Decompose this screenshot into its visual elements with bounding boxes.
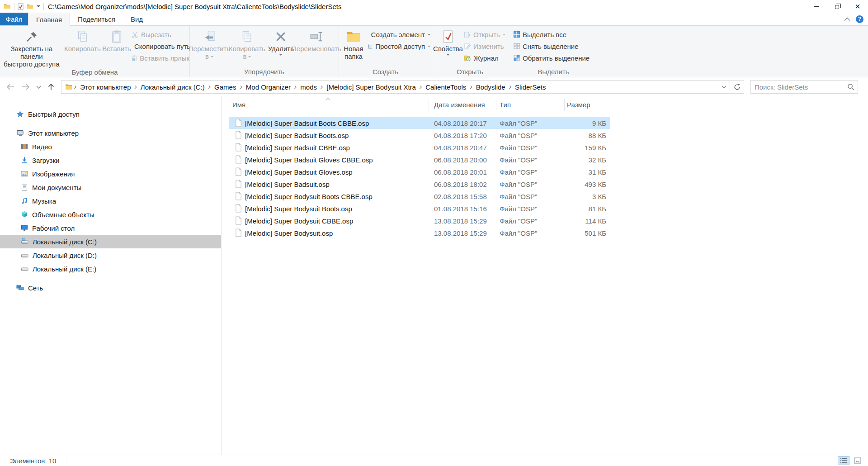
qat-properties-icon[interactable] [18, 3, 24, 10]
sidebar-item-this-pc[interactable]: Этот компьютер [0, 126, 221, 140]
column-resizer[interactable] [610, 99, 610, 111]
crumb-games[interactable]: Games [212, 83, 238, 91]
file-row[interactable]: [Melodic] Super Badsuit.osp 06.08.2018 1… [229, 178, 610, 190]
tab-share[interactable]: Поделиться [70, 13, 123, 25]
copy-path-button[interactable]: Скопировать путь [132, 40, 189, 52]
delete-button[interactable]: Удалить [268, 27, 294, 57]
details-view-button[interactable] [838, 456, 849, 465]
invert-selection-icon [514, 55, 520, 61]
copy-button[interactable]: Копировать [63, 27, 102, 52]
easy-access-button[interactable]: Простой доступ [368, 40, 430, 52]
file-row[interactable]: [Melodic] Super Badsuit Gloves CBBE.osp … [229, 153, 610, 166]
pin-to-quick-access-button[interactable]: Закрепить на панелибыстрого доступа [0, 27, 63, 68]
paste-shortcut-button[interactable]: Вставить ярлык [132, 52, 189, 64]
tab-home[interactable]: Главная [28, 13, 70, 26]
select-none-button[interactable]: Снять выделение [514, 40, 590, 52]
recent-locations-caret-icon[interactable] [36, 86, 41, 89]
sidebar-item-network[interactable]: Сеть [0, 281, 221, 295]
large-icons-view-button[interactable] [852, 456, 863, 465]
tab-view[interactable]: Вид [123, 13, 151, 25]
sidebar-item-quick-access[interactable]: Быстрый доступ [0, 107, 221, 121]
open-button[interactable]: Открыть [464, 29, 507, 40]
window-title-path: C:\Games\Mod Organizer\mods\[Melodic] Su… [48, 3, 341, 10]
group-label-new: Создать [339, 67, 432, 77]
sidebar-item-3d-objects[interactable]: Объемные объекты [0, 208, 221, 221]
invert-selection-button[interactable]: Обратить выделение [514, 52, 590, 64]
up-icon[interactable] [47, 83, 55, 91]
file-size: 88 КБ [567, 131, 606, 139]
crumb-caliente-tools[interactable]: CalienteTools [424, 83, 468, 91]
sidebar-item-desktop[interactable]: Рабочий стол [0, 221, 221, 235]
minimize-button[interactable] [806, 0, 826, 13]
qat-customize-caret-icon[interactable] [37, 5, 40, 9]
sidebar-item-documents[interactable]: Мои документы [0, 181, 221, 194]
close-button[interactable] [847, 0, 868, 13]
column-header-date[interactable]: Дата изменения [434, 101, 485, 109]
restore-button[interactable] [826, 0, 847, 13]
address-history-caret-icon[interactable] [718, 81, 730, 93]
new-item-button[interactable]: Создать элемент [368, 29, 430, 40]
move-to-button[interactable]: Переместитьв [190, 27, 229, 60]
file-row[interactable]: [Melodic] Super Bodysuit.osp 13.08.2018 … [229, 227, 610, 239]
crumb-bodyslide[interactable]: Bodyslide [474, 83, 507, 91]
column-resizer[interactable] [429, 99, 429, 111]
column-resizer[interactable] [564, 99, 565, 111]
copy-to-button[interactable]: Копироватьв [229, 27, 265, 60]
sidebar-item-music[interactable]: Музыка [0, 194, 221, 208]
crumb-mods[interactable]: mods [298, 83, 319, 91]
back-icon[interactable] [6, 83, 15, 90]
downloads-icon [21, 157, 28, 164]
file-row[interactable]: [Melodic] Super Badsuit Boots.osp 04.08.… [229, 129, 610, 141]
sidebar-item-disk-c[interactable]: Локальный диск (C:) [0, 235, 221, 248]
sidebar-item-pictures[interactable]: Изображения [0, 167, 221, 181]
ribbon-group-clipboard: Закрепить на панелибыстрого доступа Копи… [0, 26, 190, 77]
crumb-this-pc[interactable]: Этот компьютер [78, 83, 132, 91]
rename-button[interactable]: Переименовать [294, 27, 339, 52]
crumb-mod-organizer[interactable]: Mod Organizer [244, 83, 292, 91]
refresh-icon[interactable] [730, 81, 744, 93]
paste-shortcut-icon [132, 55, 137, 62]
collapse-ribbon-icon[interactable] [844, 17, 850, 21]
dropdown-caret-icon [279, 54, 282, 57]
help-icon[interactable] [856, 15, 863, 23]
column-header-name[interactable]: Имя [232, 101, 245, 109]
file-row[interactable]: [Melodic] Super Badsuit Gloves.osp 06.08… [229, 166, 610, 178]
file-row[interactable]: [Melodic] Super Bodysuit Boots CBBE.osp … [229, 190, 610, 202]
file-row[interactable]: [Melodic] Super Bodysuit CBBE.osp 13.08.… [229, 214, 610, 227]
file-row[interactable]: [Melodic] Super Badsuit CBBE.osp 04.08.2… [229, 141, 610, 153]
properties-button[interactable]: Свойства [432, 27, 464, 57]
breadcrumb[interactable]: Этот компьютер Локальный диск (C:) Games… [61, 80, 744, 94]
edit-button[interactable]: Изменить [464, 40, 507, 52]
paste-button[interactable]: Вставить [102, 27, 132, 52]
file-name: [Melodic] Super Bodysuit Boots CBBE.osp [245, 192, 373, 200]
column-header-type[interactable]: Тип [500, 101, 511, 109]
file-icon [235, 216, 242, 226]
cut-button[interactable]: Вырезать [132, 29, 189, 40]
column-resizer[interactable] [496, 99, 496, 111]
ribbon-group-new: Новаяпапка Создать элемент Простой досту… [339, 26, 432, 77]
file-date: 04.08.2018 20:17 [434, 119, 487, 127]
file-row[interactable]: [Melodic] Super Badsuit Boots CBBE.osp 0… [229, 117, 610, 129]
tab-file[interactable]: Файл [0, 13, 28, 25]
qat-new-folder-icon[interactable] [27, 4, 33, 10]
column-header-size[interactable]: Размер [567, 101, 590, 109]
file-date: 06.08.2018 20:00 [434, 156, 487, 163]
sidebar-item-disk-e[interactable]: Локальный диск (E:) [0, 262, 221, 276]
search-input[interactable] [751, 83, 841, 91]
forward-icon[interactable] [21, 83, 30, 90]
crumb-disk-c[interactable]: Локальный диск (C:) [139, 83, 207, 91]
crumb-mod-name[interactable]: [Melodic] Super Bodysuit Xtra [325, 83, 418, 91]
history-button[interactable]: Журнал [464, 52, 507, 64]
copy-to-icon [241, 29, 253, 45]
file-type: Файл "OSP" [500, 204, 537, 212]
sidebar-item-videos[interactable]: Видео [0, 140, 221, 153]
search-icon[interactable] [847, 83, 854, 92]
quick-access-star-icon [16, 110, 24, 118]
select-all-button[interactable]: Выделить все [514, 29, 590, 40]
file-row[interactable]: [Melodic] Super Bodysuit Boots.osp 01.08… [229, 202, 610, 214]
dropdown-caret-icon [503, 34, 505, 37]
sidebar-item-downloads[interactable]: Загрузки [0, 153, 221, 167]
new-folder-button[interactable]: Новаяпапка [339, 27, 368, 60]
sidebar-item-disk-d[interactable]: Локальный диск (D:) [0, 248, 221, 262]
crumb-slidersets[interactable]: SliderSets [513, 83, 547, 91]
